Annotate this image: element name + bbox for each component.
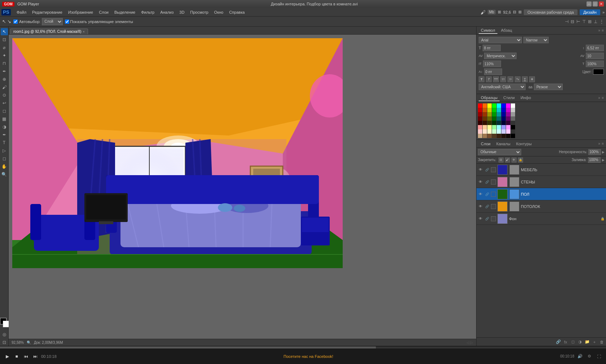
brush-icon[interactable]: 🖌 bbox=[480, 9, 486, 15]
color-swatch[interactable] bbox=[501, 121, 506, 125]
font-style-select[interactable]: Narrow bbox=[523, 37, 549, 43]
menu-layers[interactable]: Слои bbox=[96, 9, 111, 15]
layer-item[interactable]: 👁🔗Фон🔒 bbox=[477, 213, 606, 225]
opacity-input[interactable] bbox=[588, 149, 601, 155]
color-swatch[interactable] bbox=[478, 103, 482, 108]
mb-icon[interactable]: Mb bbox=[488, 10, 496, 14]
screen-mode-btn[interactable]: ⊡ bbox=[1, 339, 8, 346]
quick-mask-btn[interactable]: ◎ bbox=[1, 331, 8, 338]
color-swatch[interactable] bbox=[501, 125, 506, 129]
color-swatch[interactable] bbox=[511, 134, 515, 138]
layer-item[interactable]: 👁🔗ПОТОЛОК bbox=[477, 200, 606, 213]
move-tool[interactable]: ↖ bbox=[1, 28, 8, 35]
lasso-tool[interactable]: ⌀ bbox=[1, 44, 8, 51]
layer-item[interactable]: 👁🔗ПОЛ bbox=[477, 188, 606, 200]
layer-visibility-toggle[interactable]: 👁 bbox=[478, 192, 483, 197]
color-swatch[interactable] bbox=[492, 108, 496, 112]
hand-tool[interactable]: ✋ bbox=[1, 163, 8, 170]
color-swatch[interactable] bbox=[492, 121, 496, 125]
swatches-collapse[interactable]: » bbox=[598, 96, 601, 100]
text-tool[interactable]: T bbox=[1, 139, 8, 146]
scale-v-input[interactable] bbox=[586, 61, 604, 67]
dodge-tool[interactable]: ◑ bbox=[1, 123, 8, 130]
next-frame-button[interactable]: ⏭ bbox=[32, 353, 39, 360]
layer-group-btn[interactable]: 📁 bbox=[584, 339, 590, 345]
color-swatch[interactable] bbox=[483, 108, 487, 112]
color-swatch[interactable] bbox=[501, 116, 506, 121]
color-swatch[interactable] bbox=[487, 134, 492, 138]
delete-layer-btn[interactable]: 🗑 bbox=[599, 339, 605, 345]
align-right-icon[interactable]: ⊢ bbox=[576, 19, 580, 24]
strikethrough-btn[interactable]: T bbox=[529, 76, 535, 82]
color-swatch[interactable] bbox=[501, 134, 506, 138]
tracking-select[interactable]: Метрическ. bbox=[484, 53, 517, 59]
layer-mask-toggle[interactable] bbox=[491, 179, 496, 185]
layer-item[interactable]: 👁🔗СТЕНЫ bbox=[477, 176, 606, 188]
layer-item[interactable]: 👁🔗МЕБЕЛЬ bbox=[477, 164, 606, 176]
magic-wand-tool[interactable]: ✦ bbox=[1, 52, 8, 59]
layer-visibility-toggle[interactable]: 👁 bbox=[478, 179, 483, 185]
design-button[interactable]: Дизайн bbox=[580, 9, 600, 15]
align-left-icon[interactable]: ⊣ bbox=[565, 19, 568, 24]
scale-h-input[interactable] bbox=[483, 61, 501, 67]
color-swatch[interactable] bbox=[511, 129, 515, 134]
color-swatch[interactable] bbox=[511, 125, 515, 129]
layers-tab[interactable]: Слои bbox=[479, 141, 493, 147]
color-swatch[interactable] bbox=[497, 103, 501, 108]
clone-tool[interactable]: ⊙ bbox=[1, 92, 8, 99]
color-swatch[interactable] bbox=[497, 112, 501, 116]
font-size-input[interactable] bbox=[483, 45, 501, 51]
menu-image[interactable]: Изображение bbox=[65, 9, 96, 15]
eraser-tool[interactable]: ◻ bbox=[1, 107, 8, 115]
align-top-icon[interactable]: ⊤ bbox=[582, 19, 586, 24]
stop-button[interactable]: ■ bbox=[13, 353, 20, 360]
color-swatch[interactable] bbox=[487, 112, 492, 116]
eyedropper-tool[interactable]: ✒ bbox=[1, 68, 8, 75]
layer-mask-toggle[interactable] bbox=[491, 167, 496, 172]
more-tools-icon[interactable]: ⊞ bbox=[518, 10, 522, 14]
color-swatch[interactable] bbox=[483, 129, 487, 134]
color-swatch[interactable] bbox=[511, 112, 515, 116]
menu-edit[interactable]: Редактирование bbox=[29, 9, 65, 15]
align-center-v-icon[interactable]: ⊞ bbox=[588, 19, 592, 24]
heal-tool[interactable]: ⊕ bbox=[1, 76, 8, 83]
color-swatch[interactable] bbox=[506, 112, 510, 116]
color-swatch[interactable] bbox=[492, 134, 496, 138]
color-swatch[interactable] bbox=[492, 129, 496, 134]
expand-icon[interactable]: » bbox=[602, 10, 605, 14]
font-family-select[interactable]: Arial bbox=[479, 37, 522, 43]
color-swatch[interactable] bbox=[497, 134, 501, 138]
panel-collapse-btn[interactable]: » bbox=[598, 28, 601, 32]
color-swatch[interactable] bbox=[487, 129, 492, 134]
color-swatch[interactable] bbox=[501, 112, 506, 116]
brush-tool[interactable]: 🖌 bbox=[1, 84, 8, 91]
bold-btn[interactable]: T bbox=[479, 76, 484, 82]
layer-visibility-toggle[interactable]: 👁 bbox=[478, 167, 483, 172]
color-swatch[interactable] bbox=[501, 129, 506, 134]
swatches-tab[interactable]: Образцы bbox=[479, 95, 500, 101]
path-select-tool[interactable]: ▷ bbox=[1, 147, 8, 154]
color-swatch[interactable] bbox=[492, 116, 496, 121]
shape-tool[interactable]: ◻ bbox=[1, 155, 8, 162]
workspace-button[interactable]: Основная рабочая среда bbox=[524, 9, 578, 15]
color-swatch[interactable] bbox=[487, 121, 492, 125]
color-swatch[interactable] bbox=[478, 116, 482, 121]
styles-tab[interactable]: Стили bbox=[501, 95, 517, 101]
layers-collapse[interactable]: » bbox=[598, 142, 601, 146]
canvas-tab[interactable]: room1.jpg @ 92,6% (ПОЛ. Слой-маска/8) × bbox=[10, 28, 88, 34]
color-swatch[interactable] bbox=[511, 121, 515, 125]
layer-mask-toggle[interactable] bbox=[491, 192, 496, 197]
color-swatch[interactable] bbox=[501, 108, 506, 112]
menu-select[interactable]: Выделение bbox=[111, 9, 138, 15]
color-swatch[interactable] bbox=[492, 112, 496, 116]
text-color-swatch[interactable] bbox=[593, 69, 604, 75]
color-swatch[interactable] bbox=[478, 129, 482, 134]
color-swatch[interactable] bbox=[506, 108, 510, 112]
char-tab[interactable]: Символ bbox=[479, 27, 497, 34]
zoom-tool[interactable]: 🔍 bbox=[1, 171, 8, 178]
lock-image-btn[interactable]: 🖌 bbox=[505, 157, 510, 163]
lock-transparent-btn[interactable]: ⊡ bbox=[499, 157, 504, 163]
color-swatch[interactable] bbox=[501, 103, 506, 108]
layers-menu-icon[interactable]: ≡ bbox=[602, 142, 604, 146]
channels-tab[interactable]: Каналы bbox=[494, 141, 513, 147]
